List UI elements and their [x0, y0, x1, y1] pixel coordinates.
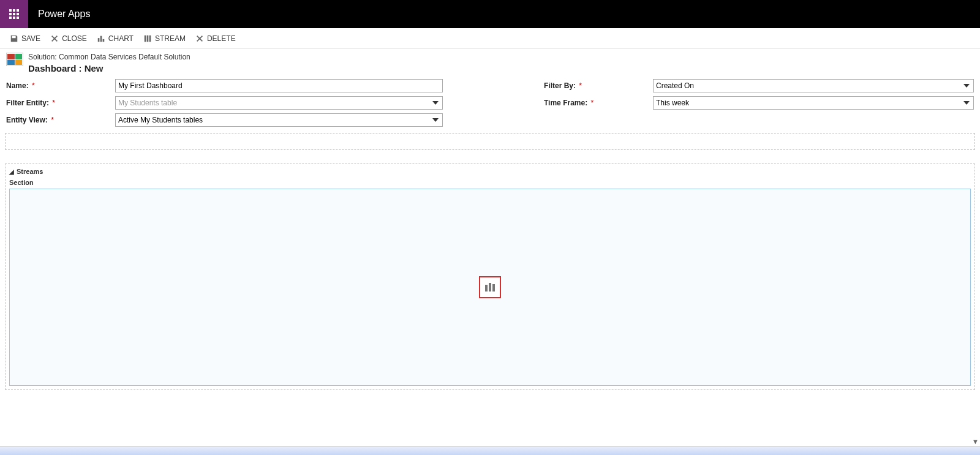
streams-header-label: Streams — [17, 168, 43, 175]
name-label: Name: * — [6, 81, 115, 90]
time-frame-label-text: Time Frame: — [544, 99, 587, 107]
chart-button[interactable]: CHART — [96, 32, 135, 45]
command-bar: SAVE CLOSE CHART STREAM DELETE — [0, 28, 980, 49]
close-label: CLOSE — [62, 34, 87, 43]
chart-icon — [97, 34, 105, 43]
filter-entity-select[interactable]: My Students table — [115, 96, 443, 110]
streams-container: ◢ Streams Section — [5, 164, 975, 390]
streams-header[interactable]: ◢ Streams — [8, 167, 972, 178]
required-mark: * — [51, 116, 54, 124]
form-grid: Name: * Filter By: * Created On Filter E… — [0, 75, 980, 133]
page-title: Dashboard : New — [28, 62, 190, 75]
name-input[interactable] — [115, 79, 443, 92]
save-icon — [10, 34, 18, 43]
name-label-text: Name: — [6, 81, 29, 90]
svg-rect-5 — [149, 35, 151, 42]
info-text: Solution: Common Data Services Default S… — [28, 53, 190, 74]
required-mark: * — [32, 81, 35, 90]
delete-label: DELETE — [207, 34, 236, 43]
entity-view-label: Entity View: * — [6, 116, 115, 124]
save-button[interactable]: SAVE — [9, 32, 42, 45]
svg-rect-3 — [145, 35, 146, 42]
filter-by-label-text: Filter By: — [544, 81, 576, 90]
design-area[interactable]: ◢ Streams Section — [0, 133, 980, 435]
app-launcher-button[interactable] — [0, 0, 28, 28]
solution-line: Solution: Common Data Services Default S… — [28, 53, 190, 62]
close-button[interactable]: CLOSE — [49, 32, 88, 45]
section-label: Section — [8, 178, 972, 189]
stream-icon — [143, 34, 152, 43]
filter-by-select[interactable]: Created On — [653, 79, 974, 92]
required-mark: * — [590, 99, 594, 107]
info-row: Solution: Common Data Services Default S… — [0, 49, 980, 75]
visual-filters-placeholder[interactable] — [5, 133, 975, 150]
collapse-icon: ◢ — [9, 168, 14, 175]
svg-rect-4 — [147, 35, 149, 42]
filter-by-label: Filter By: * — [544, 81, 653, 90]
stream-label: STREAM — [155, 34, 186, 43]
svg-rect-1 — [100, 36, 102, 42]
svg-rect-0 — [98, 38, 100, 42]
time-frame-select[interactable]: This week — [653, 96, 974, 110]
add-stream-button[interactable] — [479, 276, 501, 298]
required-mark: * — [52, 99, 55, 107]
entity-view-label-text: Entity View: — [6, 116, 48, 124]
stream-columns-icon — [485, 283, 495, 291]
filter-entity-label: Filter Entity: * — [6, 99, 115, 107]
top-header: Power Apps — [0, 0, 980, 28]
save-label: SAVE — [21, 34, 40, 43]
svg-rect-2 — [102, 39, 104, 41]
delete-icon — [195, 34, 204, 43]
stream-section-placeholder[interactable] — [9, 189, 971, 386]
dashboard-entity-icon — [6, 53, 23, 66]
waffle-icon — [9, 9, 19, 19]
time-frame-label: Time Frame: * — [544, 99, 653, 107]
entity-view-select[interactable]: Active My Students tables — [115, 113, 443, 127]
stream-button[interactable]: STREAM — [142, 32, 187, 45]
filter-entity-label-text: Filter Entity: — [6, 99, 49, 107]
app-title: Power Apps — [38, 9, 90, 20]
close-icon — [50, 34, 59, 43]
required-mark: * — [579, 81, 582, 90]
delete-button[interactable]: DELETE — [194, 32, 237, 45]
chart-label: CHART — [108, 34, 134, 43]
